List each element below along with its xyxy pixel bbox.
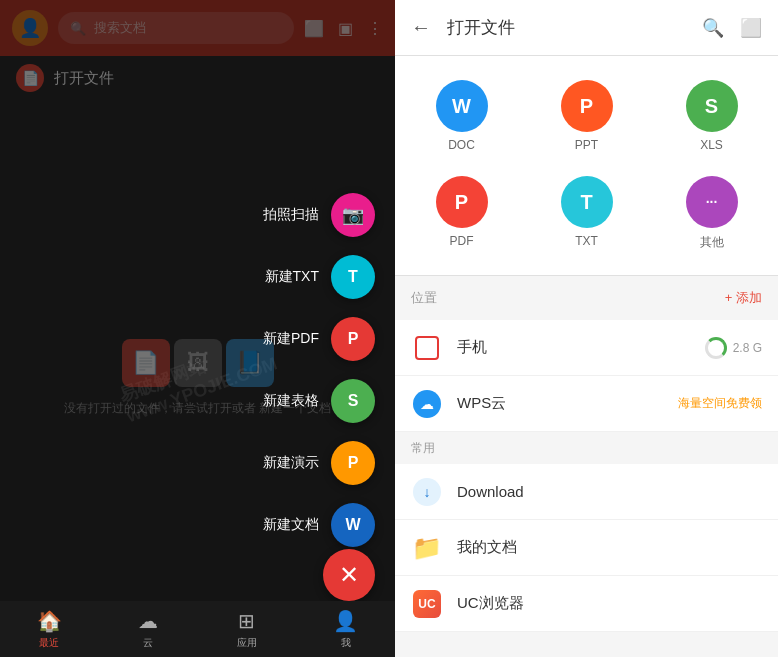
nav-item-cloud[interactable]: ☁ 云 <box>99 609 198 650</box>
placeholder-icon-gray: 🖼 <box>174 339 222 387</box>
txt-label: TXT <box>575 234 598 248</box>
wps-cloud-meta: 海量空间免费领 <box>678 395 762 412</box>
doc-label: DOC <box>448 138 475 152</box>
fab-label-txt: 新建TXT <box>265 268 319 286</box>
fab-item-txt[interactable]: 新建TXT T <box>265 255 375 299</box>
list-item-uc-browser[interactable]: UC UC浏览器 <box>395 576 778 632</box>
filetype-doc[interactable]: W DOC <box>403 72 520 160</box>
recent-icon: 🏠 <box>37 609 62 633</box>
phone-meta: 2.8 G <box>733 341 762 355</box>
fab-btn-txt[interactable]: T <box>331 255 375 299</box>
ppt-icon: P <box>561 80 613 132</box>
left-panel: 👤 🔍 搜索文档 ⬜ ▣ ⋮ 📄 打开文件 易破解网站www.YPOJIE.CO… <box>0 0 395 657</box>
recent-label: 最近 <box>39 636 59 650</box>
storage-arc-icon <box>705 337 727 359</box>
list-item-phone[interactable]: 手机 2.8 G <box>395 320 778 376</box>
uc-icon: UC <box>411 588 443 620</box>
bottom-nav: 🏠 最近 ☁ 云 ⊞ 应用 👤 我 <box>0 601 395 657</box>
fab-btn-doc[interactable]: W <box>331 503 375 547</box>
placeholder-icons: 📄 🖼 📘 <box>120 339 276 387</box>
phone-storage: 2.8 G <box>705 337 762 359</box>
apps-icon: ⊞ <box>238 609 255 633</box>
right-panel: ← 打开文件 🔍 ⬜ W DOC P PPT S XLS P PDF T TXT… <box>395 0 778 657</box>
download-icon: ↓ <box>411 476 443 508</box>
back-button[interactable]: ← <box>411 16 431 39</box>
fab-label-sheet: 新建表格 <box>263 392 319 410</box>
fab-btn-sheet[interactable]: S <box>331 379 375 423</box>
right-header: ← 打开文件 🔍 ⬜ <box>395 0 778 56</box>
filetype-ppt[interactable]: P PPT <box>528 72 645 160</box>
cloud-nav-icon: ☁ <box>138 609 158 633</box>
filetype-grid: W DOC P PPT S XLS P PDF T TXT ··· 其他 <box>395 56 778 276</box>
right-panel-title: 打开文件 <box>447 16 686 39</box>
wps-cloud-name: WPS云 <box>457 394 664 413</box>
apps-label: 应用 <box>237 636 257 650</box>
ppt-label: PPT <box>575 138 598 152</box>
add-location-button[interactable]: + 添加 <box>725 289 762 307</box>
common-label: 常用 <box>411 440 435 457</box>
phone-icon <box>411 332 443 364</box>
uc-name: UC浏览器 <box>457 594 762 613</box>
doc-icon: W <box>436 80 488 132</box>
fab-btn-pdf[interactable]: P <box>331 317 375 361</box>
folder-icon: 📁 <box>411 532 443 564</box>
cloud-label: 云 <box>143 636 153 650</box>
common-section-divider: 常用 <box>395 432 778 464</box>
fab-label-scan: 拍照扫描 <box>263 206 319 224</box>
xls-icon: S <box>686 80 738 132</box>
fab-btn-ppt[interactable]: P <box>331 441 375 485</box>
location-text: 位置 <box>411 289 437 307</box>
fab-label-pdf: 新建PDF <box>263 330 319 348</box>
nav-item-apps[interactable]: ⊞ 应用 <box>198 609 297 650</box>
me-icon: 👤 <box>333 609 358 633</box>
nav-item-me[interactable]: 👤 我 <box>296 609 395 650</box>
right-header-icons: 🔍 ⬜ <box>702 17 762 39</box>
fab-item-ppt[interactable]: 新建演示 P <box>263 441 375 485</box>
fab-item-scan[interactable]: 拍照扫描 📷 <box>263 193 375 237</box>
other-icon: ··· <box>686 176 738 228</box>
list-item-my-docs[interactable]: 📁 我的文档 <box>395 520 778 576</box>
fab-item-doc[interactable]: 新建文档 W <box>263 503 375 547</box>
pdf-label: PDF <box>450 234 474 248</box>
list-item-wps-cloud[interactable]: ☁ WPS云 海量空间免费领 <box>395 376 778 432</box>
fab-label-doc: 新建文档 <box>263 516 319 534</box>
fab-label-ppt: 新建演示 <box>263 454 319 472</box>
filetype-xls[interactable]: S XLS <box>653 72 770 160</box>
me-label: 我 <box>341 636 351 650</box>
download-name: Download <box>457 483 762 500</box>
filetype-txt[interactable]: T TXT <box>528 168 645 259</box>
my-docs-name: 我的文档 <box>457 538 762 557</box>
nav-item-recent[interactable]: 🏠 最近 <box>0 609 99 650</box>
pdf-icon: P <box>436 176 488 228</box>
fab-item-pdf[interactable]: 新建PDF P <box>263 317 375 361</box>
wps-cloud-icon: ☁ <box>411 388 443 420</box>
xls-label: XLS <box>700 138 723 152</box>
other-label: 其他 <box>700 234 724 251</box>
list-item-download[interactable]: ↓ Download <box>395 464 778 520</box>
search-header-icon[interactable]: 🔍 <box>702 17 724 39</box>
fab-close-button[interactable]: ✕ <box>323 549 375 601</box>
fab-btn-scan[interactable]: 📷 <box>331 193 375 237</box>
txt-icon: T <box>561 176 613 228</box>
filetype-pdf[interactable]: P PDF <box>403 168 520 259</box>
grid-header-icon[interactable]: ⬜ <box>740 17 762 39</box>
location-bar: 位置 + 添加 <box>395 276 778 320</box>
phone-name: 手机 <box>457 338 691 357</box>
placeholder-icon-red: 📄 <box>122 339 170 387</box>
fab-menu: 拍照扫描 📷 新建TXT T 新建PDF P 新建表格 S 新建演示 P 新建文… <box>263 193 375 547</box>
filetype-other[interactable]: ··· 其他 <box>653 168 770 259</box>
fab-item-sheet[interactable]: 新建表格 S <box>263 379 375 423</box>
